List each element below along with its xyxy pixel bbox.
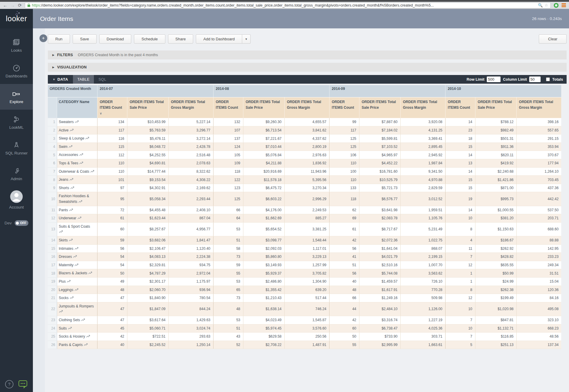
value-cell[interactable]: $911.36 (475, 143, 516, 151)
category-cell[interactable]: Underwear (57, 214, 97, 223)
value-cell[interactable]: $2,329.81 (127, 261, 168, 269)
value-cell[interactable]: 203.71 (516, 214, 561, 223)
value-cell[interactable]: 56 (329, 269, 359, 278)
value-cell[interactable]: $5,599.81 (359, 134, 400, 143)
value-cell[interactable]: 3,381.25 (284, 222, 329, 236)
value-cell[interactable]: 110 (329, 176, 359, 184)
visualization-bar[interactable]: ▶ VISUALIZATION (48, 63, 567, 72)
value-cell[interactable]: 69 (329, 214, 359, 223)
value-cell[interactable]: $11,578.18 (243, 176, 284, 184)
value-cell[interactable]: 1,227.19 (400, 316, 445, 324)
value-cell[interactable]: 1,126.00 (400, 302, 445, 316)
value-cell[interactable]: 703.45 (516, 176, 561, 184)
value-cell[interactable]: 1,487.91 (284, 341, 329, 349)
value-cell[interactable]: 48 (329, 286, 359, 294)
value-cell[interactable]: 125 (329, 134, 359, 143)
value-cell[interactable]: 100 (329, 167, 359, 176)
value-cell[interactable]: 125 (329, 143, 359, 151)
category-cell[interactable]: Pants & Capris (57, 341, 97, 349)
category-cell[interactable]: Plus (57, 277, 97, 286)
value-cell[interactable]: 117 (97, 126, 127, 134)
value-cell[interactable]: $4,083.13 (127, 253, 168, 261)
value-cell[interactable]: 51 (213, 236, 243, 244)
value-cell[interactable]: $7,103.52 (359, 143, 400, 151)
value-cell[interactable]: 9,341.50 (400, 167, 445, 176)
value-cell[interactable]: $1,623.44 (127, 214, 168, 223)
value-cell[interactable]: 62 (329, 206, 359, 214)
value-cell[interactable]: 84.16 (516, 294, 561, 302)
count-header[interactable]: ORDER ITEMS Count ∨ (97, 97, 127, 118)
value-cell[interactable]: $9,153.54 (127, 176, 168, 184)
value-cell[interactable]: 15 (445, 143, 475, 151)
sidebar-item-admin[interactable]: Admin (0, 161, 33, 187)
value-cell[interactable]: 726.10 (400, 277, 445, 286)
value-cell[interactable]: 2,996.29 (284, 192, 329, 206)
pivot-value-header[interactable]: 2014-08 (213, 85, 329, 97)
value-cell[interactable]: 2,078.63 (168, 159, 213, 168)
value-cell[interactable]: $2,072.36 (359, 236, 400, 244)
value-cell[interactable]: $7,010.44 (243, 143, 284, 151)
value-cell[interactable]: 132 (213, 118, 243, 126)
value-cell[interactable]: 1,022.75 (400, 236, 445, 244)
category-cell[interactable]: Jumpsuits & Rompers (57, 302, 97, 316)
category-cell[interactable]: Shorts (57, 184, 97, 192)
value-cell[interactable]: 42 (329, 316, 359, 324)
value-cell[interactable]: $2,106.47 (127, 244, 168, 253)
category-cell[interactable]: Active (57, 126, 97, 134)
category-cell[interactable]: Socks (57, 294, 97, 302)
value-cell[interactable]: 48.56 (516, 333, 561, 341)
value-cell[interactable]: $2,510.16 (359, 261, 400, 269)
category-cell[interactable]: Intimates (57, 244, 97, 253)
value-cell[interactable]: 3,841.62 (284, 126, 329, 134)
value-cell[interactable]: 934.75 (168, 261, 213, 269)
value-cell[interactable]: 1,250.14 (168, 341, 213, 349)
value-cell[interactable]: 291.15 (516, 134, 561, 143)
value-cell[interactable]: 177.94 (516, 159, 561, 168)
value-cell[interactable]: 557.65 (516, 126, 561, 134)
value-cell[interactable]: $2,484.10 (359, 302, 400, 316)
value-cell[interactable]: 31.51 (516, 269, 561, 278)
browser-menu-icon[interactable] (562, 3, 566, 7)
value-cell[interactable]: 1,264.10 (516, 167, 561, 176)
count-header[interactable]: ORDER ITEMS Count (329, 97, 359, 118)
value-cell[interactable]: $10,525.79 (359, 176, 400, 184)
value-cell[interactable]: 7 (445, 316, 475, 324)
value-cell[interactable]: 5 (445, 341, 475, 349)
sidebar-item-account[interactable]: Account (0, 187, 33, 212)
value-cell[interactable]: 66 (329, 294, 359, 302)
value-cell[interactable]: $3,149.93 (243, 261, 284, 269)
add-to-dashboard-button[interactable]: Add to Dashboard (196, 34, 242, 44)
category-cell[interactable]: Swim (57, 143, 97, 151)
value-cell[interactable]: $1,355.42 (243, 286, 284, 294)
value-cell[interactable]: 4,025.36 (400, 324, 445, 333)
value-cell[interactable]: 2,428.78 (168, 143, 213, 151)
value-cell[interactable]: 59 (97, 236, 127, 244)
value-cell[interactable]: 120.36 (516, 286, 561, 294)
category-cell[interactable]: Leggings (57, 286, 97, 294)
value-cell[interactable]: 2,199.15 (400, 253, 445, 261)
value-cell[interactable]: 8 (445, 222, 475, 236)
total-gross-margin-header[interactable]: ORDER ITEMS Total Gross Margin (168, 97, 213, 118)
value-cell[interactable]: 437.36 (516, 184, 561, 192)
value-cell[interactable]: 49 (97, 277, 127, 286)
value-cell[interactable]: 142.95 (516, 244, 561, 253)
value-cell[interactable]: $4,023.49 (243, 316, 284, 324)
value-cell[interactable]: 72 (97, 206, 127, 214)
value-cell[interactable]: 133 (329, 184, 359, 192)
value-cell[interactable]: $251.13 (475, 341, 516, 349)
value-cell[interactable]: 42 (329, 236, 359, 244)
value-cell[interactable]: $6,738.47 (359, 324, 400, 333)
value-cell[interactable]: $6,576.77 (359, 192, 400, 206)
value-cell[interactable]: 42 (97, 333, 127, 341)
value-cell[interactable]: 7 (445, 253, 475, 261)
value-cell[interactable]: $16,781.60 (359, 167, 400, 176)
count-header[interactable]: ORDER ITEMS Count (213, 97, 243, 118)
value-cell[interactable]: 1,117.01 (284, 244, 329, 253)
expand-field-picker-button[interactable]: + (39, 34, 47, 42)
value-cell[interactable]: $4,455.48 (127, 206, 168, 214)
value-cell[interactable]: 107 (213, 126, 243, 134)
column-limit-input[interactable] (529, 76, 541, 82)
value-cell[interactable]: 10 (445, 214, 475, 223)
value-cell[interactable]: 58 (213, 244, 243, 253)
value-cell[interactable]: 293.63 (168, 333, 213, 341)
